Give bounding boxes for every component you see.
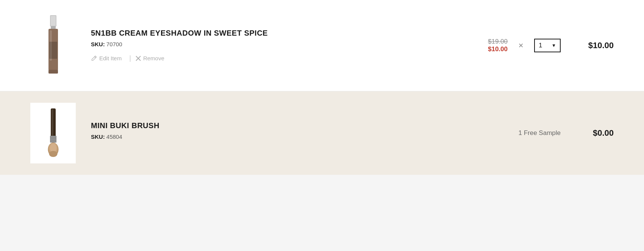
quantity-value: 1 bbox=[539, 42, 542, 49]
svg-rect-12 bbox=[50, 136, 56, 137]
svg-rect-15 bbox=[50, 141, 56, 141]
item-1-sku: SKU: 70700 bbox=[91, 41, 473, 47]
pencil-icon bbox=[91, 55, 97, 61]
original-price: $19.00 bbox=[488, 38, 508, 45]
item-2-sku: SKU: 45804 bbox=[91, 133, 318, 140]
brush-svg bbox=[43, 108, 64, 158]
svg-point-19 bbox=[49, 151, 57, 157]
svg-rect-2 bbox=[51, 26, 56, 29]
remove-item-button[interactable]: Remove bbox=[136, 53, 167, 63]
edit-item-button[interactable]: Edit Item bbox=[91, 53, 125, 63]
product-image-2 bbox=[30, 103, 76, 163]
x-icon bbox=[136, 56, 141, 61]
item-2-total: $0.00 bbox=[576, 128, 614, 138]
item-1-sku-value: 70700 bbox=[106, 41, 122, 47]
item-2-sku-value: 45804 bbox=[106, 133, 122, 140]
price-stack: $19.00 $10.00 bbox=[488, 38, 508, 53]
svg-rect-6 bbox=[48, 70, 58, 74]
quantity-selector[interactable]: 1 ▼ bbox=[534, 39, 561, 52]
item-1-pricing: $19.00 $10.00 ✕ 1 ▼ bbox=[488, 38, 561, 53]
multiply-symbol: ✕ bbox=[518, 42, 524, 50]
svg-rect-1 bbox=[51, 16, 56, 26]
cart-container: 5N1BB CREAM EYESHADOW IN SWEET SPICE SKU… bbox=[0, 0, 644, 175]
eyeshadow-bottle-svg bbox=[45, 15, 62, 76]
cart-item-1: 5N1BB CREAM EYESHADOW IN SWEET SPICE SKU… bbox=[0, 0, 644, 91]
item-1-sku-label: SKU: bbox=[91, 41, 105, 47]
dropdown-arrow-icon: ▼ bbox=[552, 43, 556, 48]
svg-rect-14 bbox=[50, 139, 56, 140]
item-1-name: 5N1BB CREAM EYESHADOW IN SWEET SPICE bbox=[91, 28, 473, 38]
product-image-1 bbox=[30, 11, 76, 80]
svg-rect-5 bbox=[49, 42, 57, 59]
cart-item-2: MINI BUKI BRUSH SKU: 45804 1 Free Sample… bbox=[0, 91, 644, 175]
svg-rect-13 bbox=[50, 138, 56, 138]
item-2-sku-label: SKU: bbox=[91, 133, 105, 140]
item-1-details: 5N1BB CREAM EYESHADOW IN SWEET SPICE SKU… bbox=[91, 28, 488, 63]
item-2-details: MINI BUKI BRUSH SKU: 45804 bbox=[91, 121, 333, 146]
item-2-name: MINI BUKI BRUSH bbox=[91, 121, 318, 130]
item-1-actions: Edit Item | Remove bbox=[91, 53, 473, 63]
action-separator: | bbox=[129, 54, 131, 62]
remove-item-label: Remove bbox=[143, 55, 164, 61]
item-1-total: $10.00 bbox=[576, 41, 614, 50]
svg-rect-10 bbox=[52, 109, 53, 136]
free-sample-text: 1 Free Sample bbox=[333, 129, 576, 137]
edit-item-label: Edit Item bbox=[99, 55, 122, 61]
sale-price: $10.00 bbox=[488, 45, 508, 53]
